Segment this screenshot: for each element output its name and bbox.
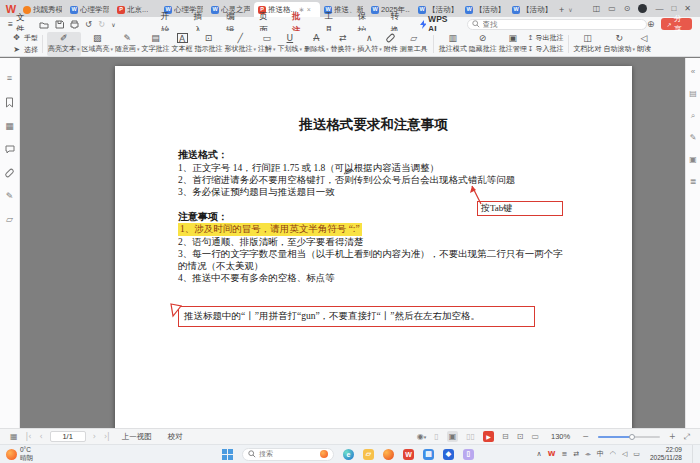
new-tab-button[interactable]: + xyxy=(559,5,564,15)
auto-scroll-button[interactable]: ↻ 自动滚动 xyxy=(603,32,637,56)
tray-menu-icon[interactable]: ≡ xyxy=(561,451,567,458)
insert-mark-button[interactable]: ∧ 插入符 xyxy=(356,32,383,56)
volume-icon[interactable]: ◁ xyxy=(622,451,627,458)
first-page-icon[interactable]: |‹ xyxy=(26,432,32,441)
file-explorer-icon[interactable]: ▱ xyxy=(363,449,374,460)
zoom-in-button[interactable]: + xyxy=(669,432,676,441)
mic-icon[interactable]: ⌯ xyxy=(585,451,591,458)
upload-icon[interactable]: ⊕ xyxy=(647,19,655,29)
fit-page-icon[interactable]: ⊡ xyxy=(517,432,524,441)
clock[interactable]: 22:09 2025/11/28 xyxy=(650,446,682,462)
pdf-page[interactable]: 推送格式要求和注意事项 推送格式： 1、正文字号 14，行间距 1.75 或 1… xyxy=(115,66,632,428)
read-aloud-button[interactable]: ◁ 朗读 xyxy=(636,32,652,56)
continuous-view-icon[interactable]: ▯ xyxy=(434,432,438,441)
zoom-out-button[interactable]: − xyxy=(582,432,589,441)
page-grid-icon[interactable]: ▦ xyxy=(10,432,18,441)
bookmark-icon[interactable] xyxy=(5,97,14,108)
last-page-icon[interactable]: ›| xyxy=(104,432,110,441)
wps-office-icon[interactable]: W xyxy=(403,449,414,460)
prev-page-icon[interactable]: ‹ xyxy=(39,432,42,441)
taskbar-search[interactable]: 搜索 xyxy=(242,448,334,461)
attachments-icon[interactable] xyxy=(4,168,15,179)
next-page-icon[interactable]: › xyxy=(93,432,96,441)
open-folder-icon[interactable] xyxy=(39,20,49,29)
annotation-list-icon[interactable]: ✎ xyxy=(690,134,697,142)
proofread-button[interactable]: 校对 xyxy=(168,432,183,442)
tray-expand-icon[interactable]: ∧ xyxy=(537,451,542,458)
share-button[interactable]: ↗ 分享 xyxy=(661,18,692,30)
note-button[interactable]: ▭ 注解 xyxy=(257,32,277,56)
shape-annotation-button[interactable]: ╱ 形状批注 xyxy=(224,32,258,56)
save-icon[interactable] xyxy=(55,20,64,29)
firefox-browser-icon[interactable] xyxy=(383,449,394,460)
search-box[interactable] xyxy=(467,19,647,30)
outline-icon[interactable]: ≡ xyxy=(7,74,12,83)
two-page-view-icon[interactable]: ▯▯ xyxy=(466,432,475,441)
blue-app-icon[interactable]: ◆ xyxy=(443,449,454,460)
collapse-panel-icon[interactable]: « xyxy=(691,68,695,76)
battery-icon[interactable]: ▭ xyxy=(633,451,640,458)
weather-widget[interactable]: 0°C 晴朗 xyxy=(6,446,33,462)
single-page-view-icon[interactable]: ▣ xyxy=(447,431,459,442)
replace-mark-button[interactable]: ⇄ 替换符 xyxy=(330,32,357,56)
highlight-text-button[interactable]: ✐ 高亮文本 xyxy=(47,32,81,56)
export-annotations-button[interactable]: ↥ 导出批注 xyxy=(528,33,564,43)
tab-stack-icon[interactable]: ▭ xyxy=(608,5,616,13)
reader-mode-button[interactable]: ▶ xyxy=(483,431,494,442)
rotate-page-icon[interactable]: ▭ xyxy=(531,432,539,441)
ime-indicator[interactable]: 中 xyxy=(597,451,604,458)
stamp-icon[interactable]: ▣ xyxy=(689,156,697,164)
minimize-button[interactable]: — xyxy=(655,5,663,13)
measure-tool-button[interactable]: ▱ 测量工具 xyxy=(399,32,429,56)
account-avatar[interactable] xyxy=(638,4,647,13)
tencent-docs-icon[interactable]: ▤ xyxy=(423,449,434,460)
document-canvas[interactable]: 推送格式要求和注意事项 推送格式： 1、正文字号 14，行间距 1.75 或 1… xyxy=(20,58,685,428)
layers-icon[interactable]: ▱ xyxy=(6,215,13,224)
underline-button[interactable]: U 下划线 xyxy=(277,32,304,56)
comments-icon[interactable] xyxy=(5,145,15,154)
purple-app-icon[interactable]: ▯ xyxy=(463,449,474,460)
zoom-slider[interactable] xyxy=(598,436,660,438)
hide-annotations-button[interactable]: ⊘ 隐藏批注 xyxy=(468,32,498,56)
zoom-level[interactable]: 130% xyxy=(551,432,570,441)
zoom-slider-knob[interactable] xyxy=(629,434,635,440)
close-button[interactable]: ✕ xyxy=(684,5,691,13)
hand-tool-button[interactable]: ✥ 手型 xyxy=(12,33,38,43)
split-screen-icon[interactable]: ◫ xyxy=(593,5,601,13)
strikethrough-button[interactable]: A 删除线 xyxy=(303,32,330,56)
maximize-button[interactable]: □ xyxy=(671,5,676,13)
show-desktop-button[interactable] xyxy=(692,445,695,463)
tab-list-chevron-icon[interactable]: ∨ xyxy=(568,6,572,13)
wifi-icon[interactable]: ◠ xyxy=(610,451,616,458)
doc-tab-9[interactable]: W 【活动】C... xyxy=(461,2,508,17)
annotation-manager-button[interactable]: ▣ 批注管理 xyxy=(498,32,528,56)
find-replace-icon[interactable]: ⌕ xyxy=(691,112,695,120)
quickbar-chevron-icon[interactable]: ∨ xyxy=(111,21,115,28)
properties-icon[interactable]: ▤ xyxy=(689,90,697,98)
fullscreen-icon[interactable]: ⤢ xyxy=(684,432,690,442)
prev-view-button[interactable]: 上一视图 xyxy=(122,432,152,442)
freehand-draw-button[interactable]: ✎ 随意画 xyxy=(114,32,141,56)
tab-key-annotation-box[interactable]: 按Tab键 xyxy=(477,201,563,216)
text-box-button[interactable]: A 文本框 xyxy=(171,32,194,56)
search-input[interactable] xyxy=(483,20,643,29)
area-highlight-button[interactable]: ▨ 区域高亮 xyxy=(81,32,115,56)
sync-icon[interactable]: ⇄ xyxy=(573,451,579,458)
doc-tab-1[interactable]: W 心理学部... xyxy=(66,2,113,17)
redo-icon[interactable]: ↻ xyxy=(98,19,105,29)
settings-icon[interactable]: ⊙ xyxy=(624,5,631,13)
document-compare-button[interactable]: ◫ 文档比对 xyxy=(573,32,603,56)
edge-browser-icon[interactable]: e xyxy=(343,449,354,460)
fit-width-icon[interactable]: ⊟ xyxy=(502,432,509,441)
callout-annotation-button[interactable]: ⊡ 指示批注 xyxy=(194,32,224,56)
print-icon[interactable] xyxy=(70,20,79,29)
red-note-box[interactable]: 推送标题中的“丨”用拼音打“gun”，不要直接打“丨”然后在左右加空格。 xyxy=(178,306,535,327)
eye-protect-icon[interactable]: ◉▾ xyxy=(417,432,427,441)
doc-tab-10[interactable]: W 【活动】... xyxy=(508,2,555,17)
start-button[interactable] xyxy=(222,449,233,460)
page-indicator[interactable]: 1/1 xyxy=(50,431,86,442)
annotation-mode-button[interactable]: ▥ 批注模式 xyxy=(438,32,468,56)
text-comment-button[interactable]: ▤ 文字批注 xyxy=(141,32,171,56)
signature-icon[interactable]: ✎ xyxy=(6,192,14,201)
more-tools-icon[interactable]: ≣ xyxy=(690,178,697,186)
